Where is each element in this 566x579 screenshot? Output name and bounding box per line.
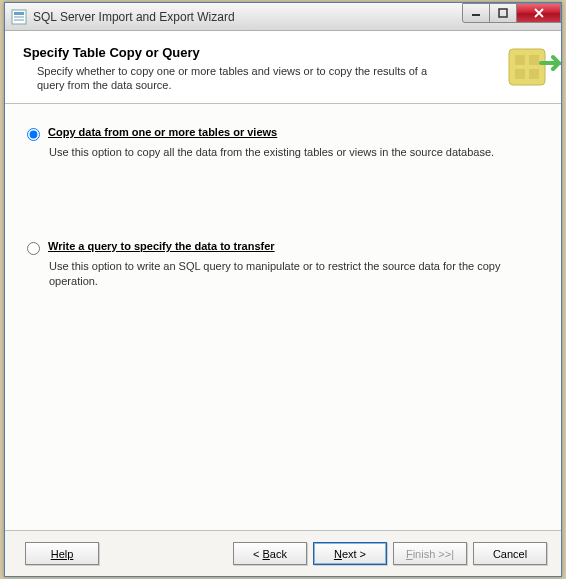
- svg-rect-2: [14, 16, 24, 18]
- window-controls: [463, 3, 561, 23]
- app-icon: [11, 9, 27, 25]
- maximize-button[interactable]: [489, 3, 517, 23]
- svg-rect-10: [529, 69, 539, 79]
- svg-rect-7: [515, 55, 525, 65]
- titlebar: SQL Server Import and Export Wizard: [5, 3, 561, 31]
- cancel-button[interactable]: Cancel: [473, 542, 547, 565]
- radio-query[interactable]: [27, 242, 40, 255]
- svg-rect-6: [509, 49, 545, 85]
- wizard-footer: Help < Back Next > Finish >>| Cancel: [5, 530, 561, 576]
- svg-rect-9: [515, 69, 525, 79]
- back-button[interactable]: < Back: [233, 542, 307, 565]
- wizard-header: Specify Table Copy or Query Specify whet…: [5, 31, 561, 104]
- option-copy-label: Copy data from one or more tables or vie…: [48, 126, 277, 138]
- svg-rect-4: [472, 14, 480, 16]
- svg-rect-1: [14, 12, 24, 15]
- option-query[interactable]: Write a query to specify the data to tra…: [27, 240, 539, 255]
- page-title: Specify Table Copy or Query: [23, 45, 543, 60]
- option-query-label: Write a query to specify the data to tra…: [48, 240, 275, 252]
- page-subtitle: Specify whether to copy one or more tabl…: [37, 64, 437, 93]
- finish-button: Finish >>|: [393, 542, 467, 565]
- help-button[interactable]: Help: [25, 542, 99, 565]
- minimize-button[interactable]: [462, 3, 490, 23]
- wizard-icon: [501, 43, 561, 93]
- close-button[interactable]: [516, 3, 561, 23]
- svg-rect-3: [14, 19, 24, 21]
- option-query-block: Write a query to specify the data to tra…: [27, 240, 539, 290]
- svg-rect-8: [529, 55, 539, 65]
- wizard-window: SQL Server Import and Export Wizard Spec…: [4, 2, 562, 577]
- option-copy[interactable]: Copy data from one or more tables or vie…: [27, 126, 539, 141]
- wizard-content: Copy data from one or more tables or vie…: [5, 104, 561, 532]
- radio-copy[interactable]: [27, 128, 40, 141]
- window-title: SQL Server Import and Export Wizard: [33, 10, 463, 24]
- option-copy-desc: Use this option to copy all the data fro…: [49, 145, 529, 160]
- svg-rect-5: [499, 9, 507, 17]
- option-query-desc: Use this option to write an SQL query to…: [49, 259, 529, 290]
- option-copy-block: Copy data from one or more tables or vie…: [27, 126, 539, 160]
- next-button[interactable]: Next >: [313, 542, 387, 565]
